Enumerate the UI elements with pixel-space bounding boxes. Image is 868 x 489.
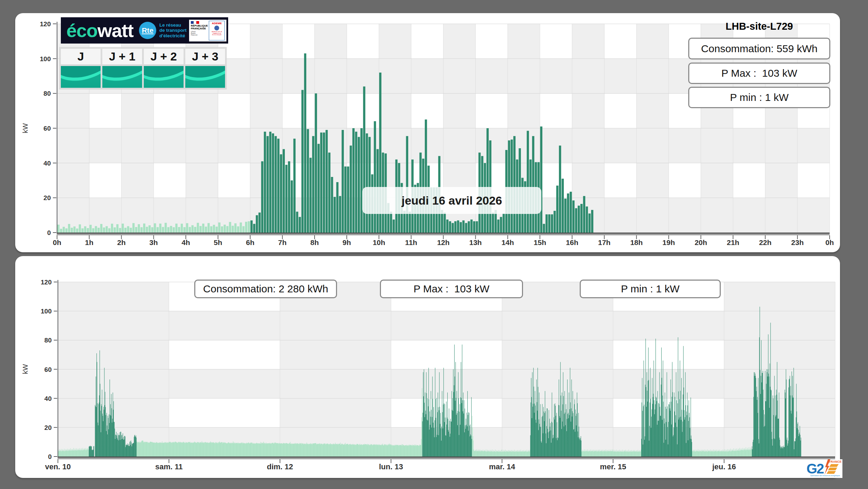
svg-text:ven. 10: ven. 10 [45,462,71,471]
svg-text:FRANCE: FRANCE [829,460,842,463]
svg-text:23h: 23h [791,238,804,246]
svg-text:3h: 3h [149,238,158,246]
svg-text:kW: kW [21,123,29,133]
svg-text:mer. 15: mer. 15 [600,462,626,471]
svg-text:lun. 13: lun. 13 [379,462,403,471]
svg-text:10h: 10h [373,238,385,246]
svg-text:sam. 11: sam. 11 [155,462,183,471]
svg-text:6h: 6h [246,238,254,246]
svg-text:20: 20 [44,194,51,201]
svg-text:2h: 2h [117,238,126,246]
svg-text:0: 0 [48,453,52,460]
svg-text:0: 0 [47,229,51,236]
svg-text:22h: 22h [759,238,772,246]
svg-text:18h: 18h [630,238,643,246]
svg-text:16h: 16h [566,238,578,246]
svg-text:kW: kW [21,364,29,374]
svg-text:7h: 7h [278,238,287,246]
svg-text:jeu. 16: jeu. 16 [712,462,736,471]
svg-text:80: 80 [44,337,52,344]
svg-text:15h: 15h [534,238,546,246]
svg-text:8h: 8h [310,238,319,246]
svg-text:120: 120 [40,20,51,28]
svg-text:12h: 12h [437,238,449,246]
svg-text:5h: 5h [214,238,222,246]
svg-text:G2: G2 [806,461,824,476]
svg-text:40: 40 [44,395,52,402]
svg-text:19h: 19h [662,238,675,246]
svg-text:dim. 12: dim. 12 [267,462,293,471]
svg-text:80: 80 [44,90,51,97]
svg-text:40: 40 [44,160,51,167]
svg-text:21h: 21h [727,238,739,246]
svg-text:20h: 20h [694,238,707,246]
svg-text:mar. 14: mar. 14 [489,462,515,471]
svg-text:120: 120 [41,279,52,286]
svg-text:60: 60 [44,366,52,373]
svg-text:13h: 13h [469,238,482,246]
svg-text:100: 100 [40,55,51,63]
svg-text:4h: 4h [181,238,190,246]
svg-text:60: 60 [44,125,51,132]
svg-text:1h: 1h [85,238,94,246]
svg-text:20: 20 [44,424,52,431]
svg-text:11h: 11h [405,238,417,246]
svg-text:100: 100 [41,308,52,315]
svg-text:14h: 14h [502,238,514,246]
svg-text:17h: 17h [598,238,610,246]
svg-text:0h: 0h [53,238,62,246]
svg-text:9h: 9h [343,238,351,246]
svg-text:0h: 0h [825,238,834,246]
svg-text:Optimisation des ressources én: Optimisation des ressources énergétiques [810,475,840,477]
